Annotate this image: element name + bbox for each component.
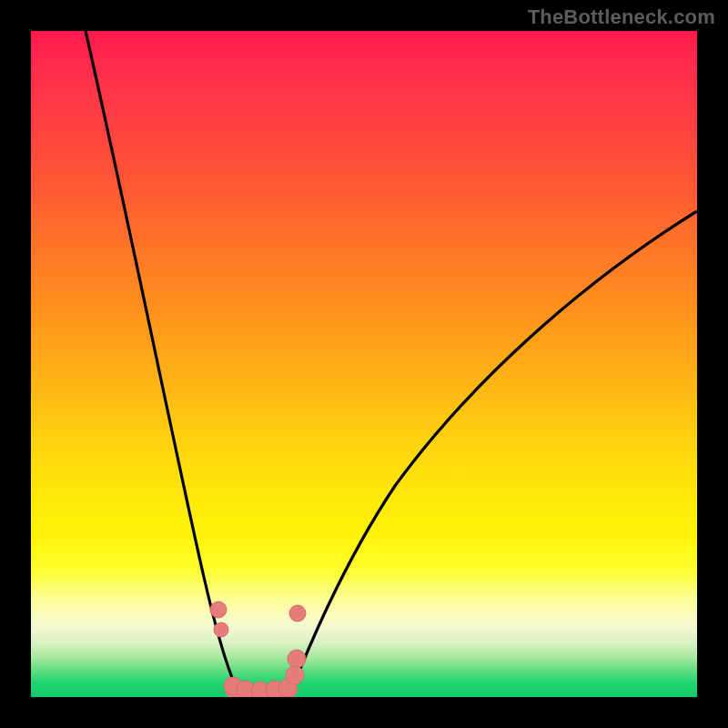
right-curve [289,211,697,695]
watermark-text: TheBottleneck.com [528,5,715,29]
left-curve [86,31,240,695]
plot-area [31,31,697,697]
curve-layer [31,31,697,697]
markers-group [210,602,306,697]
marker-left-dot-mid [214,622,228,637]
marker-right-rise-b [286,666,304,684]
marker-left-dot-upper [210,602,227,618]
chart-frame: TheBottleneck.com [0,0,728,728]
marker-right-dot-top [289,605,306,622]
marker-right-rise-a [288,650,306,668]
